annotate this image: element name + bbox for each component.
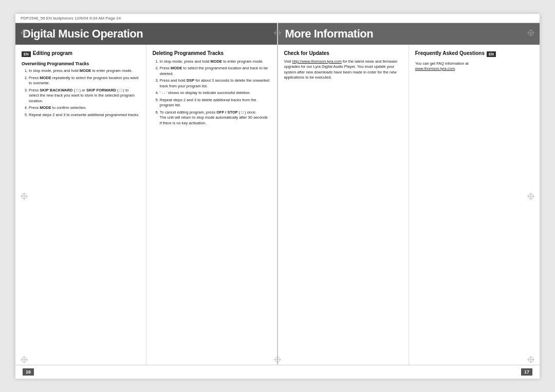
deleting-step-6: To cancel editing program, press OFF / S…	[160, 110, 271, 126]
check-updates-body: Visit http://www.thomson-lyra.com for th…	[284, 59, 402, 81]
right-half: More Information Check for Updates Visit…	[278, 23, 540, 365]
editing-step-2: Press MODE repeatedly to select the prog…	[29, 76, 140, 86]
editing-heading: Editing program	[33, 50, 72, 57]
deleting-step-3: Press and hold DSP for about 3 seconds t…	[160, 78, 271, 89]
reg-mark-bottom-left	[21, 356, 28, 363]
faq-column: Frequently Asked Questions EN You can ge…	[409, 45, 540, 365]
page-num-box-left: 16	[23, 368, 34, 376]
left-columns-area: EN Editing program Overwriting Programme…	[15, 45, 277, 365]
en-badge-right: EN	[487, 51, 496, 58]
right-columns-area: Check for Updates Visit http://www.thoms…	[278, 45, 540, 365]
deleting-column: Deleting Programmed Tracks In stop mode,…	[146, 45, 277, 365]
reg-mark-top-center	[274, 29, 281, 36]
reg-mark-bottom-center	[274, 356, 281, 363]
editing-step-4: Press MODE to confirm selection.	[29, 105, 140, 111]
left-title-bar: Digital Music Operation	[15, 23, 277, 45]
left-half: Digital Music Operation EN Editing progr…	[15, 23, 278, 365]
faq-heading: Frequently Asked Questions	[415, 50, 485, 57]
page-number-right: 17	[521, 368, 532, 376]
editing-heading-row: EN Editing program	[22, 50, 140, 59]
deleting-steps-list: In stop mode, press and hold MODE to ent…	[153, 59, 271, 126]
deleting-step-2: Press MODE to select the programmed loca…	[160, 66, 271, 77]
check-updates-heading: Check for Updates	[284, 50, 402, 57]
thomson-lyra-link-1: http://www.thomson-lyra.com	[292, 59, 342, 64]
faq-body: You can get FAQ information at www.thoms…	[415, 61, 533, 72]
editing-program-column: EN Editing program Overwriting Programme…	[15, 45, 146, 365]
reg-mark-bottom-right	[527, 356, 534, 363]
page-number-left: 16	[23, 368, 34, 376]
editing-step-3: Press SKIP BACKWARD ( □ ) or SKIP FORWAR…	[29, 88, 140, 104]
editing-step-1: In stop mode, press and hold MODE to ent…	[29, 68, 140, 74]
top-bar: PDP2548_56 EN budphones 12/6/04 9:34 AM …	[15, 14, 540, 23]
editing-step-5: Repeat steps 2 and 3 to overwrite additi…	[29, 113, 140, 118]
en-badge-left: EN	[22, 51, 31, 58]
deleting-heading: Deleting Programmed Tracks	[153, 50, 271, 57]
content-area: Digital Music Operation EN Editing progr…	[15, 23, 540, 365]
reg-mark-top-left	[21, 29, 28, 36]
footer: 16 17	[15, 365, 540, 379]
page-num-box-right: 17	[521, 368, 532, 376]
right-title: More Information	[285, 27, 374, 40]
editing-steps-list: In stop mode, press and hold MODE to ent…	[22, 68, 140, 118]
reg-mark-right-center	[527, 193, 534, 200]
top-bar-text: PDP2548_56 EN budphones 12/6/04 9:34 AM …	[21, 16, 121, 21]
right-title-bar: More Information	[278, 23, 540, 45]
faq-heading-row: Frequently Asked Questions EN	[415, 50, 533, 59]
overwriting-subheading: Overwriting Programmed Tracks	[22, 61, 140, 67]
left-title: Digital Music Operation	[23, 27, 143, 40]
reg-mark-top-right	[527, 29, 534, 36]
thomson-lyra-link-2: www.thomson-lyra.com	[415, 66, 455, 71]
check-updates-column: Check for Updates Visit http://www.thoms…	[278, 45, 409, 365]
deleting-step-4: ' - - ' shows on display to indicate suc…	[160, 90, 271, 96]
reg-mark-left-center	[21, 193, 28, 200]
page-container: PDP2548_56 EN budphones 12/6/04 9:34 AM …	[15, 14, 540, 379]
deleting-step-5: Repeat steps 2 and 3 to delete additiona…	[160, 98, 271, 108]
deleting-step-1: In stop mode, press and hold MODE to ent…	[160, 59, 271, 65]
